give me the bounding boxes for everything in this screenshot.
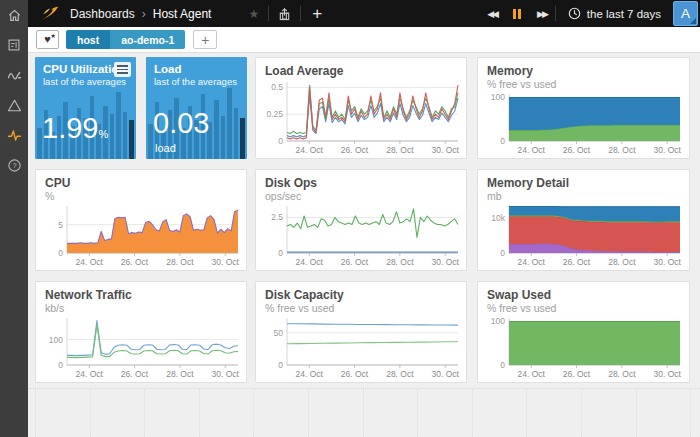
svg-text:28. Oct: 28. Oct xyxy=(386,145,414,155)
svg-text:100: 100 xyxy=(491,316,505,326)
svg-text:24. Oct: 24. Oct xyxy=(518,145,546,155)
svg-text:50: 50 xyxy=(274,328,284,338)
tile-subtitle: last of the averages xyxy=(146,76,247,88)
svg-text:26. Oct: 26. Oct xyxy=(563,369,591,379)
svg-text:30. Oct: 30. Oct xyxy=(211,369,239,379)
tile-value: 0.03 xyxy=(153,109,209,138)
memory-detail-chart: 10k024. Oct26. Oct28. Oct30. Oct xyxy=(482,202,686,268)
favorite-star-icon[interactable]: ★ xyxy=(239,0,268,27)
panel-subtitle: kb/s xyxy=(36,302,246,314)
svg-text:26. Oct: 26. Oct xyxy=(341,145,369,155)
forward-button[interactable]: ▶▶ xyxy=(529,9,555,19)
disk-capacity-panel[interactable]: Disk Capacity % free vs used 50024. Oct2… xyxy=(255,281,467,383)
svg-text:28. Oct: 28. Oct xyxy=(166,257,194,267)
svg-text:0: 0 xyxy=(500,248,505,258)
memory-panel[interactable]: Memory % free vs used 100024. Oct26. Oct… xyxy=(477,57,690,159)
cpu-panel[interactable]: CPU % 5024. Oct26. Oct28. Oct30. Oct xyxy=(35,169,247,271)
panel-title: Disk Capacity xyxy=(256,282,466,302)
tile-menu-icon[interactable] xyxy=(114,62,131,77)
svg-text:0.25: 0.25 xyxy=(266,109,283,119)
metrics-icon[interactable] xyxy=(0,60,28,90)
svg-text:5: 5 xyxy=(58,220,63,230)
dashboards-icon[interactable] xyxy=(0,30,28,60)
memory-chart: 100024. Oct26. Oct28. Oct30. Oct xyxy=(482,90,686,156)
breadcrumb-dashboards[interactable]: Dashboards xyxy=(70,7,135,21)
panel-subtitle: mb xyxy=(478,190,689,202)
svg-text:0.5: 0.5 xyxy=(271,82,283,92)
pulse-icon[interactable] xyxy=(0,120,28,150)
tile-value: 1.99% xyxy=(42,114,108,143)
tag-key[interactable]: host xyxy=(66,30,110,49)
load-average-chart: 0.50.25024. Oct26. Oct28. Oct30. Oct xyxy=(260,78,464,156)
svg-text:28. Oct: 28. Oct xyxy=(386,369,414,379)
svg-text:30. Oct: 30. Oct xyxy=(653,369,681,379)
svg-text:26. Oct: 26. Oct xyxy=(563,145,591,155)
svg-text:0: 0 xyxy=(58,248,63,258)
svg-text:30. Oct: 30. Oct xyxy=(653,257,681,267)
host-tag-pill[interactable]: host ao-demo-1 xyxy=(66,30,185,49)
panel-title: Swap Used xyxy=(478,282,689,302)
svg-text:24. Oct: 24. Oct xyxy=(518,369,546,379)
svg-text:0: 0 xyxy=(278,360,283,370)
add-widget-button[interactable]: + xyxy=(301,4,333,24)
load-average-panel[interactable]: Load Average 0.50.25024. Oct26. Oct28. O… xyxy=(255,57,467,159)
svg-text:?: ? xyxy=(12,161,16,170)
empty-grid-area xyxy=(28,388,700,437)
svg-text:26. Oct: 26. Oct xyxy=(341,369,369,379)
tile-subtitle: last of the averages xyxy=(35,76,136,88)
svg-text:28. Oct: 28. Oct xyxy=(608,257,636,267)
dashboard-grid: CPU Utilization last of the averages 1.9… xyxy=(28,53,700,437)
panel-title: Memory xyxy=(478,58,689,78)
rewind-button[interactable]: ◀◀ xyxy=(479,9,505,19)
svg-text:30. Oct: 30. Oct xyxy=(431,257,459,267)
avatar[interactable]: A xyxy=(673,1,698,26)
svg-text:26. Oct: 26. Oct xyxy=(121,369,149,379)
page-title: Host Agent xyxy=(153,7,212,21)
svg-text:100: 100 xyxy=(49,335,63,345)
share-icon[interactable] xyxy=(269,0,300,27)
svg-text:24. Oct: 24. Oct xyxy=(296,145,324,155)
panel-subtitle: % xyxy=(36,190,246,202)
svg-text:10k: 10k xyxy=(491,213,505,223)
svg-text:24. Oct: 24. Oct xyxy=(296,369,324,379)
load-tile[interactable]: Load last of the averages 0.03 load xyxy=(146,57,247,159)
panel-title: Memory Detail xyxy=(478,170,689,190)
panel-title: CPU xyxy=(36,170,246,190)
tags-button[interactable]: ♥ ★ xyxy=(36,30,59,49)
disk-capacity-chart: 50024. Oct26. Oct28. Oct30. Oct xyxy=(260,314,464,380)
disk-ops-panel[interactable]: Disk Ops ops/sec 2.5024. Oct26. Oct28. O… xyxy=(255,169,467,271)
add-tag-button[interactable]: + xyxy=(193,30,217,49)
tile-unit: % xyxy=(98,128,108,140)
panel-subtitle: % free vs used xyxy=(478,302,689,314)
svg-text:28. Oct: 28. Oct xyxy=(166,369,194,379)
svg-text:30. Oct: 30. Oct xyxy=(431,145,459,155)
panel-title: Disk Ops xyxy=(256,170,466,190)
pause-button[interactable] xyxy=(505,9,529,19)
cpu-utilization-tile[interactable]: CPU Utilization last of the averages 1.9… xyxy=(35,57,136,159)
svg-text:26. Oct: 26. Oct xyxy=(563,257,591,267)
disk-ops-chart: 2.5024. Oct26. Oct28. Oct30. Oct xyxy=(260,202,464,268)
time-range-label: the last 7 days xyxy=(587,8,661,20)
breadcrumb-chevron-icon: › xyxy=(142,7,146,21)
svg-text:0: 0 xyxy=(500,136,505,146)
svg-text:100: 100 xyxy=(491,92,505,102)
svg-text:0: 0 xyxy=(58,360,63,370)
svg-text:28. Oct: 28. Oct xyxy=(608,145,636,155)
solarwinds-logo[interactable] xyxy=(40,5,60,22)
top-bar: Dashboards › Host Agent ★ + ◀◀ ▶▶ the la… xyxy=(28,0,700,27)
left-nav: ? xyxy=(0,0,28,437)
svg-text:30. Oct: 30. Oct xyxy=(653,145,681,155)
svg-text:24. Oct: 24. Oct xyxy=(76,369,104,379)
tile-title: Load xyxy=(146,57,247,76)
network-traffic-panel[interactable]: Network Traffic kb/s 100024. Oct26. Oct2… xyxy=(35,281,247,383)
help-icon[interactable]: ? xyxy=(0,150,28,180)
time-range-selector[interactable]: the last 7 days xyxy=(556,7,673,20)
tag-value[interactable]: ao-demo-1 xyxy=(110,30,185,49)
memory-detail-panel[interactable]: Memory Detail mb 10k024. Oct26. Oct28. O… xyxy=(477,169,690,271)
svg-text:0: 0 xyxy=(278,136,283,146)
alerts-icon[interactable] xyxy=(0,90,28,120)
swap-used-chart: 100024. Oct26. Oct28. Oct30. Oct xyxy=(482,314,686,380)
home-icon[interactable] xyxy=(0,0,28,30)
panel-subtitle: % free vs used xyxy=(478,78,689,90)
swap-used-panel[interactable]: Swap Used % free vs used 100024. Oct26. … xyxy=(477,281,690,383)
